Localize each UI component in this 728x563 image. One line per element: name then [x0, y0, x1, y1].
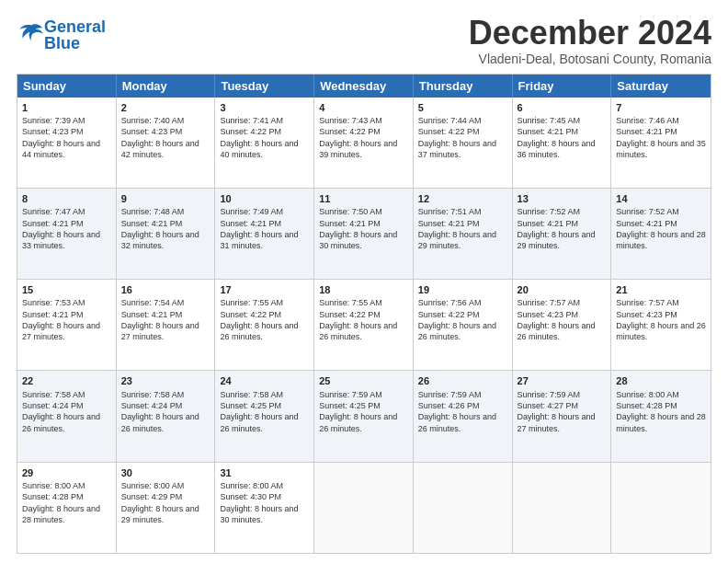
calendar-cell-day-28: 28Sunrise: 8:00 AMSunset: 4:28 PMDayligh…: [611, 371, 711, 461]
calendar-cell-day-19: 19Sunrise: 7:56 AMSunset: 4:22 PMDayligh…: [414, 280, 513, 370]
logo-text: GeneralBlue: [44, 18, 106, 52]
day-number: 14: [616, 192, 706, 205]
cell-info: Sunrise: 7:59 AMSunset: 4:26 PMDaylight:…: [418, 390, 496, 433]
cell-info: Sunrise: 7:49 AMSunset: 4:21 PMDaylight:…: [220, 207, 298, 250]
header-saturday: Saturday: [611, 75, 711, 98]
calendar-cell-day-4: 4Sunrise: 7:43 AMSunset: 4:22 PMDaylight…: [314, 98, 414, 188]
cell-info: Sunrise: 7:46 AMSunset: 4:21 PMDaylight:…: [616, 116, 706, 159]
logo-bird-icon: [18, 22, 44, 44]
calendar-cell-day-23: 23Sunrise: 7:58 AMSunset: 4:24 PMDayligh…: [117, 371, 216, 461]
cell-info: Sunrise: 7:58 AMSunset: 4:25 PMDaylight:…: [220, 390, 298, 433]
calendar-cell-day-8: 8Sunrise: 7:47 AMSunset: 4:21 PMDaylight…: [17, 189, 117, 279]
page: GeneralBlue December 2024 Vladeni-Deal, …: [0, 0, 728, 563]
calendar-cell-day-15: 15Sunrise: 7:53 AMSunset: 4:21 PMDayligh…: [17, 280, 117, 370]
cell-info: Sunrise: 7:52 AMSunset: 4:21 PMDaylight:…: [518, 207, 596, 250]
day-number: 26: [418, 374, 507, 387]
calendar-cell-day-24: 24Sunrise: 7:58 AMSunset: 4:25 PMDayligh…: [215, 371, 314, 461]
cell-info: Sunrise: 7:54 AMSunset: 4:21 PMDaylight:…: [121, 298, 199, 341]
header-monday: Monday: [117, 75, 216, 98]
calendar-cell-day-3: 3Sunrise: 7:41 AMSunset: 4:22 PMDaylight…: [215, 98, 314, 188]
cell-info: Sunrise: 8:00 AMSunset: 4:30 PMDaylight:…: [220, 481, 298, 524]
calendar-body: 1Sunrise: 7:39 AMSunset: 4:23 PMDaylight…: [17, 98, 711, 553]
header-wednesday: Wednesday: [314, 75, 414, 98]
header-friday: Friday: [513, 75, 612, 98]
calendar-cell-day-26: 26Sunrise: 7:59 AMSunset: 4:26 PMDayligh…: [414, 371, 513, 461]
calendar-row-2: 8Sunrise: 7:47 AMSunset: 4:21 PMDaylight…: [17, 188, 711, 279]
calendar-cell-day-14: 14Sunrise: 7:52 AMSunset: 4:21 PMDayligh…: [611, 189, 711, 279]
calendar-cell-empty: [314, 463, 414, 553]
day-number: 15: [22, 283, 111, 296]
day-number: 20: [518, 283, 607, 296]
day-number: 29: [22, 466, 111, 479]
cell-info: Sunrise: 7:43 AMSunset: 4:22 PMDaylight:…: [319, 116, 397, 159]
day-number: 21: [616, 283, 706, 296]
calendar-cell-day-22: 22Sunrise: 7:58 AMSunset: 4:24 PMDayligh…: [17, 371, 117, 461]
calendar-row-4: 22Sunrise: 7:58 AMSunset: 4:24 PMDayligh…: [17, 370, 711, 461]
calendar: Sunday Monday Tuesday Wednesday Thursday…: [17, 74, 711, 554]
calendar-cell-day-7: 7Sunrise: 7:46 AMSunset: 4:21 PMDaylight…: [611, 98, 711, 188]
calendar-cell-day-10: 10Sunrise: 7:49 AMSunset: 4:21 PMDayligh…: [215, 189, 314, 279]
day-number: 4: [319, 101, 408, 114]
calendar-cell-empty: [611, 463, 711, 553]
day-number: 28: [616, 374, 706, 387]
cell-info: Sunrise: 8:00 AMSunset: 4:28 PMDaylight:…: [616, 390, 706, 433]
cell-info: Sunrise: 7:59 AMSunset: 4:27 PMDaylight:…: [518, 390, 596, 433]
header-sunday: Sunday: [17, 75, 117, 98]
calendar-cell-day-29: 29Sunrise: 8:00 AMSunset: 4:28 PMDayligh…: [17, 463, 117, 553]
cell-info: Sunrise: 7:58 AMSunset: 4:24 PMDaylight:…: [22, 390, 100, 433]
calendar-cell-day-5: 5Sunrise: 7:44 AMSunset: 4:22 PMDaylight…: [414, 98, 513, 188]
cell-info: Sunrise: 7:41 AMSunset: 4:22 PMDaylight:…: [220, 116, 298, 159]
cell-info: Sunrise: 7:50 AMSunset: 4:21 PMDaylight:…: [319, 207, 397, 250]
calendar-cell-day-11: 11Sunrise: 7:50 AMSunset: 4:21 PMDayligh…: [314, 189, 414, 279]
cell-info: Sunrise: 7:56 AMSunset: 4:22 PMDaylight:…: [418, 298, 496, 341]
cell-info: Sunrise: 7:59 AMSunset: 4:25 PMDaylight:…: [319, 390, 397, 433]
day-number: 3: [220, 101, 309, 114]
day-number: 25: [319, 374, 408, 387]
cell-info: Sunrise: 7:48 AMSunset: 4:21 PMDaylight:…: [121, 207, 199, 250]
day-number: 13: [518, 192, 607, 205]
cell-info: Sunrise: 7:53 AMSunset: 4:21 PMDaylight:…: [22, 298, 100, 341]
cell-info: Sunrise: 7:57 AMSunset: 4:23 PMDaylight:…: [518, 298, 596, 341]
cell-info: Sunrise: 8:00 AMSunset: 4:29 PMDaylight:…: [121, 481, 199, 524]
day-number: 24: [220, 374, 309, 387]
cell-info: Sunrise: 7:44 AMSunset: 4:22 PMDaylight:…: [418, 116, 496, 159]
day-number: 10: [220, 192, 309, 205]
calendar-cell-day-21: 21Sunrise: 7:57 AMSunset: 4:23 PMDayligh…: [611, 280, 711, 370]
header: GeneralBlue December 2024 Vladeni-Deal, …: [17, 15, 711, 66]
calendar-cell-day-17: 17Sunrise: 7:55 AMSunset: 4:22 PMDayligh…: [215, 280, 314, 370]
calendar-cell-day-20: 20Sunrise: 7:57 AMSunset: 4:23 PMDayligh…: [513, 280, 612, 370]
cell-info: Sunrise: 7:55 AMSunset: 4:22 PMDaylight:…: [220, 298, 298, 341]
day-number: 30: [121, 466, 210, 479]
cell-info: Sunrise: 7:47 AMSunset: 4:21 PMDaylight:…: [22, 207, 100, 250]
calendar-cell-empty: [414, 463, 513, 553]
cell-info: Sunrise: 7:52 AMSunset: 4:21 PMDaylight:…: [616, 207, 706, 250]
day-number: 2: [121, 101, 210, 114]
day-number: 12: [418, 192, 507, 205]
calendar-cell-day-16: 16Sunrise: 7:54 AMSunset: 4:21 PMDayligh…: [117, 280, 216, 370]
day-number: 19: [418, 283, 507, 296]
day-number: 1: [22, 101, 111, 114]
day-number: 9: [121, 192, 210, 205]
calendar-cell-day-25: 25Sunrise: 7:59 AMSunset: 4:25 PMDayligh…: [314, 371, 414, 461]
calendar-row-5: 29Sunrise: 8:00 AMSunset: 4:28 PMDayligh…: [17, 462, 711, 553]
month-title: December 2024: [469, 15, 711, 52]
cell-info: Sunrise: 7:57 AMSunset: 4:23 PMDaylight:…: [616, 298, 706, 341]
day-number: 7: [616, 101, 706, 114]
subtitle: Vladeni-Deal, Botosani County, Romania: [469, 52, 711, 66]
day-number: 16: [121, 283, 210, 296]
cell-info: Sunrise: 7:58 AMSunset: 4:24 PMDaylight:…: [121, 390, 199, 433]
calendar-cell-day-2: 2Sunrise: 7:40 AMSunset: 4:23 PMDaylight…: [117, 98, 216, 188]
cell-info: Sunrise: 7:51 AMSunset: 4:21 PMDaylight:…: [418, 207, 496, 250]
cell-info: Sunrise: 7:40 AMSunset: 4:23 PMDaylight:…: [121, 116, 199, 159]
calendar-cell-day-12: 12Sunrise: 7:51 AMSunset: 4:21 PMDayligh…: [414, 189, 513, 279]
day-number: 8: [22, 192, 111, 205]
calendar-cell-day-18: 18Sunrise: 7:55 AMSunset: 4:22 PMDayligh…: [314, 280, 414, 370]
day-number: 6: [518, 101, 607, 114]
cell-info: Sunrise: 7:39 AMSunset: 4:23 PMDaylight:…: [22, 116, 100, 159]
day-number: 23: [121, 374, 210, 387]
cell-info: Sunrise: 8:00 AMSunset: 4:28 PMDaylight:…: [22, 481, 100, 524]
header-tuesday: Tuesday: [215, 75, 314, 98]
calendar-cell-day-31: 31Sunrise: 8:00 AMSunset: 4:30 PMDayligh…: [215, 463, 314, 553]
day-number: 17: [220, 283, 309, 296]
calendar-cell-day-13: 13Sunrise: 7:52 AMSunset: 4:21 PMDayligh…: [513, 189, 612, 279]
